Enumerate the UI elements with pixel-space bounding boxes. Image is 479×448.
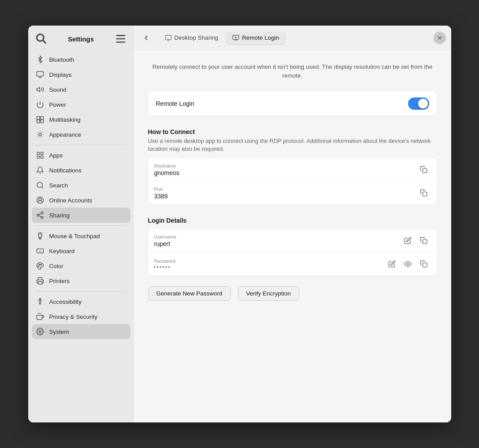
- connection-info-card: Hostname gnomeos Port 3389: [148, 158, 437, 205]
- sidebar-item-printers-label: Printers: [49, 278, 70, 284]
- sidebar-item-displays[interactable]: Displays: [32, 67, 130, 82]
- generate-password-button[interactable]: Generate New Password: [148, 286, 231, 301]
- edit-password-button[interactable]: [385, 257, 399, 271]
- sidebar-search-icon[interactable]: [35, 33, 48, 45]
- sidebar-item-accessibility[interactable]: Accessibility: [32, 294, 130, 309]
- edit-username-button[interactable]: [401, 234, 415, 248]
- svg-rect-52: [233, 35, 239, 39]
- sidebar-item-privacy[interactable]: Privacy & Security: [32, 309, 130, 324]
- hostname-label: Hostname: [154, 163, 417, 168]
- svg-rect-49: [165, 35, 171, 39]
- svg-point-40: [39, 264, 40, 265]
- sidebar-divider-2: [35, 225, 127, 226]
- svg-line-1: [43, 41, 46, 44]
- svg-rect-53: [423, 169, 427, 173]
- tab-desktop-sharing[interactable]: Desktop Sharing: [159, 32, 225, 44]
- sidebar-item-notifications[interactable]: Notifications: [32, 163, 130, 178]
- sidebar-item-system[interactable]: System: [32, 324, 130, 339]
- password-label: Password: [154, 258, 385, 264]
- copy-username-button[interactable]: [417, 234, 431, 248]
- hostname-row: Hostname gnomeos: [148, 158, 437, 182]
- tab-remote-login[interactable]: Remote Login: [226, 32, 285, 44]
- port-col: Port 3389: [154, 187, 417, 200]
- sidebar-item-mouse[interactable]: Mouse & Touchpad: [32, 228, 130, 243]
- sidebar-item-printers[interactable]: Printers: [32, 273, 130, 288]
- password-actions: [385, 257, 431, 271]
- sidebar-item-mouse-label: Mouse & Touchpad: [49, 233, 100, 239]
- sidebar-item-appearance[interactable]: Appearance: [32, 127, 130, 142]
- verify-encryption-button[interactable]: Verify Encryption: [238, 286, 299, 301]
- sidebar-item-keyboard[interactable]: Keyboard: [32, 243, 130, 258]
- svg-rect-2: [116, 35, 125, 36]
- how-to-connect-title: How to Connect: [148, 128, 437, 135]
- sidebar-item-displays-label: Displays: [49, 71, 72, 78]
- sidebar-item-online-accounts[interactable]: Online Accounts: [32, 193, 130, 208]
- hostname-col: Hostname gnomeos: [154, 163, 417, 176]
- close-button[interactable]: ✕: [434, 32, 446, 44]
- sidebar-item-bluetooth-label: Bluetooth: [49, 56, 74, 63]
- svg-rect-12: [37, 120, 40, 123]
- copy-hostname-button[interactable]: [417, 163, 431, 177]
- svg-rect-31: [37, 249, 43, 253]
- svg-point-0: [37, 34, 44, 41]
- show-password-button[interactable]: [401, 257, 415, 271]
- sidebar-item-privacy-label: Privacy & Security: [49, 314, 98, 320]
- remote-login-toggle[interactable]: [408, 97, 429, 110]
- username-label: Username: [154, 234, 401, 239]
- password-row: Password ••••••: [148, 253, 437, 276]
- copy-port-button[interactable]: [417, 186, 431, 200]
- sidebar-divider-1: [35, 145, 127, 145]
- svg-rect-18: [41, 156, 43, 158]
- svg-point-48: [39, 331, 41, 333]
- sidebar-header: Settings: [28, 26, 134, 50]
- action-buttons-row: Generate New Password Verify Encryption: [148, 286, 437, 301]
- sidebar-item-multitasking[interactable]: Multitasking: [32, 112, 130, 127]
- svg-rect-4: [116, 41, 125, 43]
- sidebar-item-power[interactable]: Power: [32, 97, 130, 112]
- username-row: Username rupert: [148, 229, 437, 253]
- sidebar-item-apps[interactable]: Apps: [32, 148, 130, 163]
- svg-rect-11: [40, 116, 43, 119]
- sidebar-title: Settings: [68, 35, 94, 43]
- login-details-card: Username rupert: [148, 229, 437, 276]
- tab-desktop-sharing-label: Desktop Sharing: [175, 34, 219, 41]
- username-actions: [401, 234, 431, 248]
- svg-rect-13: [40, 120, 43, 123]
- remote-login-toggle-row: Remote Login: [148, 91, 437, 116]
- password-value: ••••••: [154, 265, 385, 269]
- back-button[interactable]: [139, 31, 153, 45]
- sidebar-menu-icon[interactable]: [115, 33, 127, 45]
- content-area: Remotely connect to your user account wh…: [134, 50, 451, 422]
- port-label: Port: [154, 187, 417, 192]
- sidebar-item-sharing[interactable]: Sharing: [32, 208, 130, 223]
- login-details-title: Login Details: [148, 217, 437, 224]
- sidebar-item-accessibility-label: Accessibility: [49, 299, 82, 305]
- svg-point-19: [37, 182, 42, 187]
- how-to-connect-desc: Use a remote desktop app to connect usin…: [148, 137, 437, 153]
- svg-rect-15: [37, 152, 39, 154]
- sidebar-item-apps-label: Apps: [49, 152, 63, 159]
- svg-marker-8: [37, 87, 40, 92]
- svg-point-41: [41, 264, 41, 265]
- svg-point-23: [41, 212, 43, 214]
- sidebar: Settings Bluetooth: [28, 26, 134, 422]
- main-panel: Desktop Sharing Remote Login ✕ Remotely …: [134, 26, 451, 422]
- svg-line-27: [39, 213, 41, 215]
- svg-point-14: [39, 133, 41, 136]
- sidebar-item-search[interactable]: Search: [32, 178, 130, 193]
- sidebar-item-power-label: Power: [49, 101, 66, 108]
- sidebar-item-sound[interactable]: Sound: [32, 82, 130, 97]
- svg-rect-17: [37, 156, 39, 158]
- sidebar-item-keyboard-label: Keyboard: [49, 248, 75, 254]
- sidebar-item-sharing-label: Sharing: [49, 212, 70, 219]
- tab-remote-login-label: Remote Login: [242, 34, 279, 41]
- tab-group: Desktop Sharing Remote Login: [159, 32, 286, 44]
- copy-password-button[interactable]: [417, 257, 431, 271]
- svg-point-39: [38, 266, 39, 267]
- sidebar-item-color[interactable]: Color: [32, 258, 130, 273]
- username-col: Username rupert: [154, 234, 401, 247]
- page-description: Remotely connect to your user account wh…: [148, 63, 437, 81]
- svg-point-43: [39, 299, 41, 300]
- sidebar-item-bluetooth[interactable]: Bluetooth: [32, 52, 130, 67]
- sidebar-item-sound-label: Sound: [49, 86, 67, 93]
